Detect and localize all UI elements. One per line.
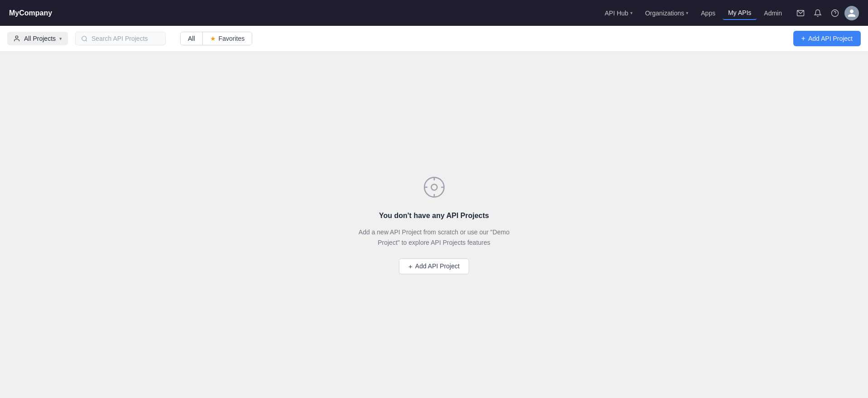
all-projects-label: All Projects xyxy=(24,35,56,42)
search-wrapper xyxy=(75,32,166,45)
nav-items: API Hub ▾ Organizations ▾ Apps My APIs A… xyxy=(599,6,788,20)
empty-state-description: Add a new API Project from scratch or us… xyxy=(348,227,520,248)
mail-icon-button[interactable] xyxy=(793,5,808,21)
nav-item-organizations[interactable]: Organizations ▾ xyxy=(640,7,694,19)
nav-item-organizations-label: Organizations xyxy=(645,10,684,17)
add-api-project-button-empty[interactable]: + Add API Project xyxy=(399,258,469,274)
add-project-outline-label: Add API Project xyxy=(415,262,460,270)
navbar: MyCompany API Hub ▾ Organizations ▾ Apps… xyxy=(0,0,868,26)
nav-item-api-hub-label: API Hub xyxy=(605,10,628,17)
chevron-down-icon: ▾ xyxy=(686,10,688,15)
svg-line-5 xyxy=(86,40,87,41)
main-content: You don't have any API Projects Add a ne… xyxy=(0,52,868,398)
star-icon: ★ xyxy=(210,35,216,42)
help-icon-button[interactable] xyxy=(827,5,843,21)
search-input[interactable] xyxy=(91,35,160,42)
bell-icon-button[interactable] xyxy=(810,5,825,21)
filter-favorites-button[interactable]: ★ Favorites xyxy=(203,32,252,45)
empty-state-icon xyxy=(422,175,446,201)
mail-icon xyxy=(796,9,805,17)
empty-state: You don't have any API Projects Add a ne… xyxy=(348,175,520,274)
avatar[interactable] xyxy=(844,6,859,20)
nav-item-api-hub[interactable]: API Hub ▾ xyxy=(599,7,638,19)
search-icon xyxy=(81,35,88,42)
plus-icon: + xyxy=(408,262,412,270)
empty-state-title: You don't have any API Projects xyxy=(379,212,489,220)
add-project-label: Add API Project xyxy=(808,35,853,42)
person-icon xyxy=(13,35,20,42)
filter-all-button[interactable]: All xyxy=(181,32,203,45)
svg-point-3 xyxy=(15,36,18,38)
bell-icon xyxy=(814,9,822,17)
navbar-icons xyxy=(793,5,859,21)
svg-point-1 xyxy=(832,10,839,16)
add-api-project-button-top[interactable]: + Add API Project xyxy=(793,31,861,46)
filter-favorites-label: Favorites xyxy=(219,35,245,42)
filter-group: All ★ Favorites xyxy=(180,32,252,45)
help-icon xyxy=(831,9,839,17)
nav-item-apps-label: Apps xyxy=(701,10,715,17)
svg-point-4 xyxy=(82,36,86,40)
nav-item-admin-label: Admin xyxy=(764,10,782,17)
user-avatar-icon xyxy=(847,9,856,18)
nav-item-apps[interactable]: Apps xyxy=(695,7,721,19)
toolbar: All Projects ▾ All ★ Favorites + Add API… xyxy=(0,26,868,52)
svg-point-7 xyxy=(431,184,437,190)
brand-name[interactable]: MyCompany xyxy=(9,9,52,17)
chevron-down-icon: ▾ xyxy=(59,36,62,42)
plus-icon: + xyxy=(801,34,806,43)
nav-item-admin[interactable]: Admin xyxy=(758,7,787,19)
nav-item-my-apis-label: My APIs xyxy=(728,9,751,16)
chevron-down-icon: ▾ xyxy=(630,10,633,15)
all-projects-button[interactable]: All Projects ▾ xyxy=(7,32,68,45)
nav-item-my-apis[interactable]: My APIs xyxy=(723,6,757,20)
